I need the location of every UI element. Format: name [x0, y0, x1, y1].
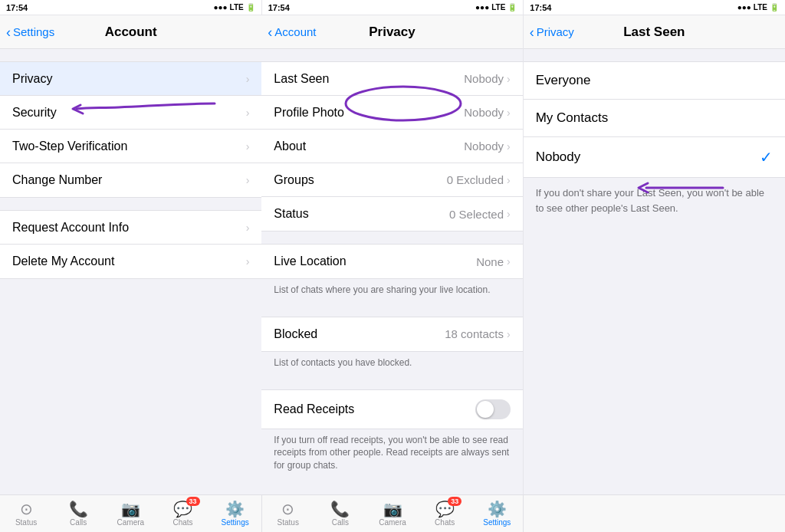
tab-chats-1[interactable]: 💬 Chats 33 [156, 495, 209, 532]
network-icon-1: LTE [230, 3, 244, 11]
groups-label: Groups [274, 173, 446, 187]
account-item-changenumber[interactable]: Change Number › [0, 163, 261, 197]
livelocation-label: Live Location [274, 255, 476, 268]
account-item-security[interactable]: Security › [0, 96, 261, 130]
privacy-item-groups[interactable]: Groups 0 Excluded › [261, 163, 522, 197]
chats-badge-2: 33 [448, 497, 461, 506]
privacy-list-3: Blocked 18 contacts › [261, 317, 522, 352]
back-label-settings: Settings [13, 25, 54, 38]
chevron-right-twostep: › [246, 140, 250, 153]
privacy-item-status[interactable]: Status 0 Selected › [261, 197, 522, 231]
security-label: Security [12, 106, 246, 120]
panel2-content: Last Seen Nobody › Profile Photo Nobody … [261, 49, 522, 494]
tab-bar-2: ⊙ Status 📞 Calls 📷 Camera 💬 Chats 33 ⚙️ … [262, 495, 524, 532]
panel2-title: Privacy [369, 25, 415, 40]
lastseen-options-list: Everyone My Contacts Nobody ✓ [524, 61, 785, 178]
back-to-settings[interactable]: ‹ Settings [6, 25, 54, 39]
privacy-item-blocked[interactable]: Blocked 18 contacts › [261, 317, 522, 351]
privacy-item-profilephoto[interactable]: Profile Photo Nobody › [261, 96, 522, 130]
status-bars: 17:54 ●●● LTE 🔋 17:54 ●●● LTE 🔋 17:54 ●●… [0, 0, 785, 15]
tab-calls-1[interactable]: 📞 Calls [52, 495, 104, 532]
tab-status-1[interactable]: ⊙ Status [0, 495, 52, 532]
tab-settings-2[interactable]: ⚙️ Settings [471, 495, 523, 532]
tab-settings-1[interactable]: ⚙️ Settings [209, 495, 261, 532]
blocked-value: 18 contacts [445, 327, 504, 340]
back-to-privacy[interactable]: ‹ Privacy [530, 25, 574, 39]
lastseen-label: Last Seen [274, 72, 464, 86]
account-item-deleteaccount[interactable]: Delete My Account › [0, 245, 261, 278]
chevron-right-deleteaccount: › [246, 255, 250, 268]
status-bar-1: 17:54 ●●● LTE 🔋 [0, 0, 262, 15]
privacy-item-livelocation[interactable]: Live Location None › [261, 245, 522, 278]
tab-camera-2[interactable]: 📷 Camera [366, 495, 419, 532]
chevron-left-icon-3: ‹ [530, 25, 534, 39]
chevron-right-privacy: › [246, 73, 250, 85]
tab-chats-2[interactable]: 💬 Chats 33 [419, 495, 471, 532]
privacy-list-2: Live Location None › [261, 244, 522, 279]
chevron-right-profilephoto: › [507, 107, 511, 119]
about-value: Nobody [464, 140, 504, 153]
option-everyone[interactable]: Everyone [524, 62, 785, 100]
status-bar-3: 17:54 ●●● LTE 🔋 [524, 0, 785, 15]
checkmark-icon: ✓ [760, 148, 773, 166]
settings-icon-2: ⚙️ [488, 501, 507, 517]
livelocation-value: None [476, 255, 504, 268]
signal-icon-2: ●●● [475, 3, 489, 11]
account-item-twostep[interactable]: Two-Step Verification › [0, 130, 261, 163]
panel1-content: Privacy › Security › Two-Step Verificati… [0, 49, 261, 494]
readreceipts-toggle[interactable] [475, 399, 511, 419]
panel-lastseen-inner: ‹ Privacy Last Seen Everyone My Contacts [524, 15, 785, 494]
signal-icon-1: ●●● [213, 3, 227, 11]
option-mycontacts[interactable]: My Contacts [524, 100, 785, 137]
livelocation-helper: List of chats where you are sharing your… [261, 279, 522, 304]
chevron-right-status: › [507, 208, 511, 220]
account-item-privacy[interactable]: Privacy › [0, 62, 261, 96]
panel-lastseen: ‹ Privacy Last Seen Everyone My Contacts [524, 15, 785, 494]
privacy-group-1: Last Seen Nobody › Profile Photo Nobody … [261, 61, 522, 232]
chevron-left-icon-2: ‹ [268, 25, 272, 39]
panel3-content: Everyone My Contacts Nobody ✓ If you don… [524, 49, 785, 494]
deleteaccount-label: Delete My Account [12, 255, 246, 268]
account-item-requestinfo[interactable]: Request Account Info › [0, 211, 261, 245]
battery-icon-1: 🔋 [246, 3, 255, 11]
profilephoto-label: Profile Photo [274, 106, 464, 120]
status-tab-label-2: Status [278, 518, 299, 527]
privacy-item-about[interactable]: About Nobody › [261, 130, 522, 163]
tab-status-2[interactable]: ⊙ Status [262, 495, 314, 532]
chevron-right-lastseen: › [507, 73, 511, 85]
status-label: Status [274, 207, 449, 221]
panels-container: ‹ Settings Account Privacy › Security › [0, 15, 785, 494]
account-group-2: Request Account Info › Delete My Account… [0, 210, 261, 279]
option-nobody[interactable]: Nobody ✓ [524, 137, 785, 177]
chevron-right-changenumber: › [246, 174, 250, 186]
panel-privacy: ‹ Account Privacy Last Seen Nobody › [261, 15, 523, 494]
groups-value: 0 Excluded [447, 173, 504, 186]
tab-bar-1: ⊙ Status 📞 Calls 📷 Camera 💬 Chats 33 ⚙️ … [0, 495, 262, 532]
chevron-right-security: › [246, 107, 250, 119]
back-label-privacy: Privacy [537, 25, 574, 38]
privacy-label: Privacy [12, 72, 246, 86]
network-icon-3: LTE [754, 3, 767, 11]
calls-icon-2: 📞 [330, 501, 350, 517]
nav-header-lastseen: ‹ Privacy Last Seen [524, 15, 785, 49]
status-icon-1: ⊙ [20, 501, 33, 517]
status-bar-2: 17:54 ●●● LTE 🔋 [262, 0, 524, 15]
tab-calls-2[interactable]: 📞 Calls [314, 495, 366, 532]
everyone-label: Everyone [536, 73, 773, 88]
panel-privacy-inner: ‹ Account Privacy Last Seen Nobody › [261, 15, 523, 494]
lastseen-value: Nobody [464, 72, 504, 85]
status-icon-2: ⊙ [281, 501, 294, 517]
privacy-group-3: Blocked 18 contacts › List of contacts y… [261, 317, 522, 377]
chevron-right-requestinfo: › [246, 222, 250, 234]
chevron-right-groups: › [507, 174, 511, 186]
settings-icon-1: ⚙️ [225, 501, 245, 517]
time-1: 17:54 [6, 3, 28, 12]
back-to-account[interactable]: ‹ Account [268, 25, 316, 39]
chevron-right-blocked: › [507, 328, 511, 340]
blocked-helper: List of contacts you have blocked. [261, 352, 522, 377]
privacy-item-lastseen[interactable]: Last Seen Nobody › [261, 62, 522, 96]
mycontacts-label: My Contacts [536, 110, 773, 126]
privacy-item-readreceipts[interactable]: Read Receipts [261, 390, 522, 429]
privacy-list-4: Read Receipts [261, 389, 522, 429]
tab-camera-1[interactable]: 📷 Camera [104, 495, 156, 532]
